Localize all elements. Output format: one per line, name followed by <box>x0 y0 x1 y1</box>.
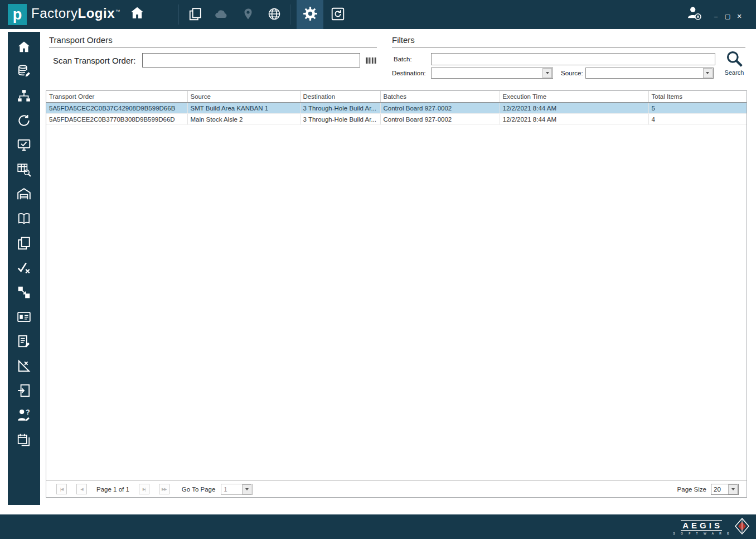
globe-icon <box>267 7 282 23</box>
home-nav-button[interactable] <box>129 6 145 22</box>
source-dropdown-button[interactable] <box>703 68 713 78</box>
globe-button[interactable] <box>266 7 282 23</box>
source-select[interactable] <box>585 68 714 79</box>
batch-input[interactable] <box>431 53 715 65</box>
user-logout-button[interactable] <box>686 6 702 22</box>
table-row[interactable]: 5A5FDA5CEC2C0B37C42908D9B599D66BSMT Buil… <box>46 103 747 114</box>
table-cell: 5A5FDA5CEE2C0B3770B308D9B599D66D <box>46 114 187 125</box>
transport-orders-title: Transport Orders <box>49 35 377 48</box>
sidebar-item-data-setup[interactable] <box>8 65 40 80</box>
sidebar-item-history[interactable] <box>8 114 40 129</box>
table-row[interactable]: 5A5FDA5CEE2C0B3770B308D9B599D66DMain Sto… <box>46 114 747 125</box>
sidebar-item-batch-details[interactable] <box>8 311 40 325</box>
column-header[interactable]: Source <box>187 91 300 103</box>
aegis-diamond-icon <box>735 517 749 537</box>
go-to-page-dropdown-button[interactable] <box>242 484 251 494</box>
user-logout-icon <box>686 5 702 23</box>
page-size-value: 20 <box>711 486 721 493</box>
sidebar-item-workstation[interactable] <box>8 139 40 153</box>
history-button[interactable] <box>330 7 346 23</box>
chevron-down-icon <box>731 488 735 490</box>
next-page-icon: ▶| <box>143 487 146 492</box>
sidebar-item-process-definition[interactable] <box>8 90 40 104</box>
sidebar-item-lot-query[interactable] <box>8 163 40 178</box>
sidebar-item-copy-orders[interactable] <box>8 237 40 252</box>
sidebar-item-work-instructions[interactable] <box>8 335 40 350</box>
chevron-down-icon <box>245 488 249 490</box>
table-cell: 4 <box>648 114 747 125</box>
page-size-group: Page Size 20 <box>677 484 739 495</box>
operator-support-icon: ? <box>17 408 31 425</box>
table-cell: Main Stock Aisle 2 <box>187 114 300 125</box>
batch-filter-row: Batch: <box>392 53 715 65</box>
go-to-page-input[interactable]: 1 <box>221 484 253 495</box>
titlebar: p FactoryLogix™ <box>0 0 756 29</box>
column-header[interactable]: Destination <box>300 91 380 103</box>
column-header[interactable]: Transport Order <box>46 91 187 103</box>
sidebar-item-validation[interactable] <box>8 262 40 276</box>
footer-bar: AEGIS S O F T W A R E <box>0 514 756 539</box>
cloud-icon <box>214 7 229 23</box>
page-size-dropdown-button[interactable] <box>728 484 738 494</box>
first-page-icon: |◀ <box>60 487 63 492</box>
home-icon <box>17 40 31 56</box>
column-header[interactable]: Total Items <box>648 91 747 103</box>
sidebar-item-warehouse[interactable] <box>8 188 40 203</box>
titlebar-divider <box>178 4 179 25</box>
scan-transport-order-label: Scan Transport Order: <box>53 56 135 65</box>
go-to-page-value: 1 <box>221 486 227 493</box>
page-size-select[interactable]: 20 <box>711 484 739 495</box>
history-icon <box>17 113 31 130</box>
sidebar: ? <box>8 32 40 505</box>
brand-subtitle: S O F T W A R E <box>671 532 731 535</box>
brand-rule <box>681 530 722 531</box>
page-indicator: Page 1 of 1 <box>96 486 129 493</box>
work-instructions-icon <box>17 334 31 351</box>
last-page-icon: ▶▶ <box>162 487 167 492</box>
destination-dropdown-button[interactable] <box>542 68 552 78</box>
sidebar-item-design-check[interactable] <box>8 360 40 374</box>
source-label: Source: <box>561 70 583 76</box>
aegis-brand-text: AEGIS S O F T W A R E <box>671 520 731 535</box>
scan-transport-order-input[interactable] <box>142 53 360 68</box>
cloud-button[interactable] <box>214 7 229 23</box>
destination-select[interactable] <box>431 68 553 79</box>
previous-page-icon: ◀ <box>80 487 83 492</box>
next-page-button[interactable]: ▶| <box>139 484 149 494</box>
lot-query-icon <box>17 162 31 179</box>
material-transfer-icon <box>17 285 31 302</box>
transport-orders-section-header: Transport Orders <box>49 35 377 48</box>
table-cell: 5A5FDA5CEC2C0B37C42908D9B599D66B <box>46 103 187 114</box>
batch-details-icon <box>17 310 31 326</box>
maximize-button[interactable]: ▢ <box>723 12 732 21</box>
previous-page-button[interactable]: ◀ <box>76 484 87 494</box>
close-button[interactable]: ✕ <box>735 12 744 21</box>
barcode-icon <box>366 57 376 64</box>
location-button[interactable] <box>240 7 256 23</box>
first-page-button[interactable]: |◀ <box>56 484 67 494</box>
column-header[interactable]: Execution Time <box>500 91 648 103</box>
gear-icon <box>303 6 318 23</box>
search-button[interactable]: Search <box>722 50 747 79</box>
close-icon: ✕ <box>736 13 742 20</box>
sidebar-item-operator-support[interactable]: ? <box>8 409 40 424</box>
transport-orders-grid: Transport OrderSourceDestinationBatchesE… <box>46 90 747 498</box>
sidebar-item-home[interactable] <box>8 41 40 55</box>
table-cell: SMT Build Area KANBAN 1 <box>187 103 300 114</box>
app-title: FactoryLogix™ <box>31 6 120 21</box>
minimize-button[interactable]: – <box>711 12 720 21</box>
sidebar-item-import-orders[interactable] <box>8 384 40 399</box>
transport-orders-table: Transport OrderSourceDestinationBatchesE… <box>46 91 747 125</box>
documents-button[interactable] <box>187 7 203 23</box>
sidebar-item-documentation[interactable] <box>8 213 40 227</box>
sidebar-item-material-transfer[interactable] <box>8 286 40 301</box>
destination-label: Destination: <box>392 70 429 76</box>
settings-button[interactable] <box>297 0 323 29</box>
application-window: p FactoryLogix™ <box>0 0 756 539</box>
sidebar-item-schedule[interactable] <box>8 434 40 448</box>
column-header[interactable]: Batches <box>380 91 500 103</box>
table-cell: 3 Through-Hole Build Ar... <box>300 114 380 125</box>
table-cell: 12/2/2021 8:44 AM <box>500 114 648 125</box>
last-page-button[interactable]: ▶▶ <box>159 484 169 494</box>
schedule-icon <box>17 432 31 449</box>
